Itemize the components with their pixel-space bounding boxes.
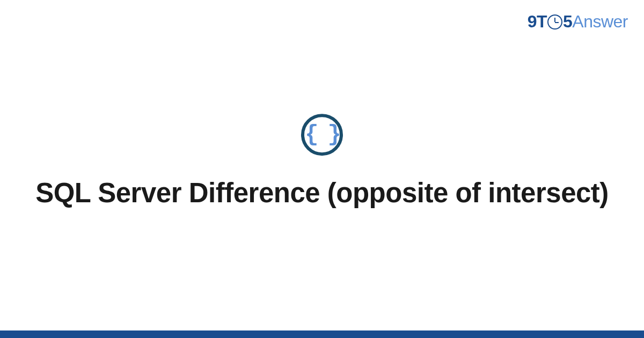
logo-text-9t: 9T <box>528 12 547 32</box>
footer-accent-bar <box>0 330 644 338</box>
clock-icon <box>547 14 562 30</box>
logo-text-answer: Answer <box>572 12 628 32</box>
code-braces-icon: { } <box>305 124 339 146</box>
main-content: { } SQL Server Difference (opposite of i… <box>0 114 644 211</box>
page-title: SQL Server Difference (opposite of inter… <box>32 177 612 211</box>
category-icon-circle: { } <box>301 114 343 156</box>
site-logo: 9T 5 Answer <box>528 12 628 32</box>
logo-text-5: 5 <box>563 12 572 32</box>
